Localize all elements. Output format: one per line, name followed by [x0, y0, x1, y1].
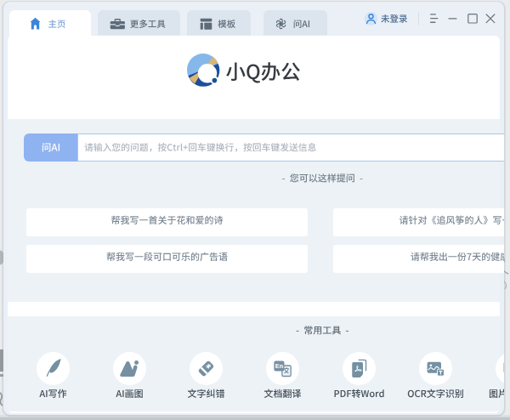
svg-text:En: En [275, 362, 283, 370]
